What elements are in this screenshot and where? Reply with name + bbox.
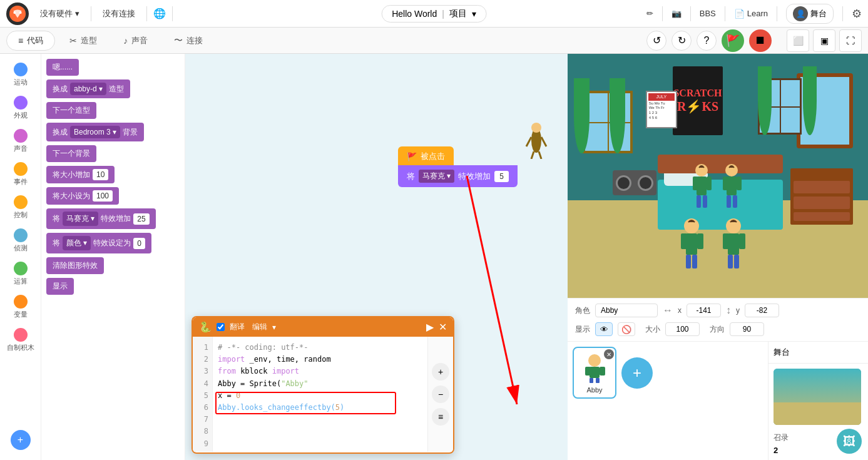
show-block[interactable]: 显示 — [46, 278, 74, 295]
detect-dot — [14, 228, 28, 242]
add-background-button[interactable]: 🖼 — [837, 429, 862, 454]
next-bg-row: 下一个背景 — [46, 145, 180, 162]
sprite-card-abby[interactable]: ✕ Abby — [573, 347, 616, 399]
svg-rect-16 — [697, 195, 701, 208]
stage-button[interactable]: 👤 舞台 — [786, 4, 834, 24]
stop-button[interactable]: ⏹ — [749, 29, 772, 52]
motion-dot — [14, 63, 28, 76]
svg-rect-37 — [590, 367, 600, 378]
code-line-9: Abby.looks_changeeffectby(5) — [218, 402, 422, 414]
color-dropdown[interactable]: 颜色 ▾ — [63, 236, 91, 250]
switch-bg-block[interactable]: 换成 Bedroom 3 ▾ 背景 — [46, 123, 144, 141]
code-checkbox[interactable] — [217, 323, 225, 331]
think-block[interactable]: 嗯...... — [46, 59, 79, 76]
size-input[interactable] — [665, 322, 700, 336]
globe-icon[interactable]: 🌐 — [153, 8, 166, 19]
tab-connect[interactable]: 〜 连接 — [162, 31, 215, 51]
direction-input[interactable] — [730, 322, 764, 336]
sidebar-item-looks[interactable]: 外观 — [0, 92, 41, 124]
size-increase-value[interactable]: 10 — [93, 169, 108, 180]
header-dropdown-icon[interactable]: ▾ — [272, 323, 276, 332]
collapse-button[interactable]: ▣ — [813, 29, 835, 52]
help-button[interactable]: ? — [697, 31, 717, 51]
size-increase-block[interactable]: 将大小增加 10 — [46, 166, 115, 183]
show-visible-btn[interactable]: 👁 — [595, 322, 613, 336]
camera-action[interactable]: 📷 — [671, 9, 682, 18]
y-value-input[interactable] — [745, 304, 779, 317]
right-actions: ✏ 📷 BBS 📄 Learn 👤 舞台 ⚙ — [646, 4, 862, 24]
size-set-row: 将大小设为 100 — [46, 187, 180, 205]
svg-point-1 — [13, 11, 16, 14]
editor-menu-button[interactable]: ≡ — [432, 408, 449, 426]
expand-button[interactable]: ⬜ — [787, 29, 809, 52]
canvas-effect-value[interactable]: 5 — [494, 171, 509, 182]
run-flag-button[interactable]: 🚩 — [722, 29, 744, 52]
trigger-block[interactable]: 🚩 被点击 — [398, 146, 454, 166]
sidebar-item-event[interactable]: 事件 — [0, 158, 41, 190]
sidebar-item-detect[interactable]: 侦测 — [0, 225, 41, 257]
effect-increase-block[interactable]: 将 马赛克 ▾ 特效增加 25 — [46, 208, 156, 229]
canvas-effect-dropdown[interactable]: 马赛克 ▾ — [419, 170, 454, 183]
project-title-bar[interactable]: Hello World | 项目 ▾ — [381, 5, 487, 23]
switch-costume-block[interactable]: 换成 abby-d ▾ 造型 — [46, 79, 130, 98]
next-costume-block[interactable]: 下一个造型 — [46, 102, 96, 119]
calc-dot — [14, 262, 28, 275]
tab-code[interactable]: ≡ 代码 — [6, 31, 55, 51]
learn-action[interactable]: 📄 Learn — [734, 9, 768, 19]
next-bg-block[interactable]: 下一个背景 — [46, 145, 96, 162]
undo-button[interactable]: ↺ — [646, 31, 666, 51]
sidebar-item-calc[interactable]: 运算 — [0, 258, 41, 290]
stage-thumbnail[interactable] — [774, 369, 861, 425]
clear-effects-block[interactable]: 清除图形特效 — [46, 257, 104, 274]
sidebar-item-sound[interactable]: 声音 — [0, 125, 41, 157]
role-label: 角色 — [575, 305, 590, 316]
sprite-name-input[interactable] — [595, 304, 658, 317]
divider-5 — [690, 6, 691, 21]
tab-costume[interactable]: ✂ 造型 — [58, 31, 109, 51]
divider-4 — [662, 6, 663, 21]
close-editor-icon[interactable]: ✕ — [439, 321, 447, 333]
control-label: 控制 — [14, 210, 28, 220]
sidebar-item-custom[interactable]: 自制积木 — [0, 324, 41, 356]
code-content[interactable]: # -*- coding: utf-*- import _env, time, … — [213, 337, 427, 452]
zoom-out-button[interactable]: − — [432, 386, 449, 403]
main-content: 运动 外观 声音 事件 控制 侦测 运算 变量 — [0, 54, 868, 460]
add-sprite-button[interactable]: + — [621, 357, 653, 389]
size-set-block[interactable]: 将大小设为 100 — [46, 187, 119, 205]
expand-sidebar-btn[interactable]: + — [11, 430, 31, 455]
effect-increase-value[interactable]: 25 — [133, 213, 149, 225]
canvas-area[interactable]: 🚩 被点击 将 马赛克 ▾ 特效增加 5 — [185, 54, 568, 460]
size-set-value[interactable]: 100 — [93, 190, 113, 202]
play-icon[interactable]: ▶ — [426, 321, 434, 333]
delete-abby-btn[interactable]: ✕ — [604, 349, 614, 359]
event-dot — [14, 162, 28, 176]
bbs-action[interactable]: BBS — [700, 9, 716, 18]
sidebar-item-motion[interactable]: 运动 — [0, 59, 41, 91]
effect-set-value[interactable]: 0 — [133, 238, 145, 249]
zoom-in-button[interactable]: + — [432, 363, 449, 381]
x-value-input[interactable] — [687, 304, 721, 317]
tab-sound[interactable]: ♪ 声音 — [111, 31, 160, 51]
control-dot — [14, 195, 28, 209]
svg-point-36 — [588, 354, 601, 367]
sidebar-item-var[interactable]: 变量 — [0, 291, 41, 323]
user-avatar: 👤 — [793, 6, 808, 21]
pencil-action[interactable]: ✏ — [646, 9, 653, 18]
effect-block-canvas[interactable]: 将 马赛克 ▾ 特效增加 5 — [398, 165, 518, 187]
bg-dropdown[interactable]: Bedroom 3 ▾ — [70, 126, 120, 138]
effect-type-dropdown[interactable]: 马赛克 ▾ — [63, 212, 98, 226]
svg-rect-25 — [686, 233, 697, 255]
dresser — [790, 168, 853, 225]
svg-rect-27 — [697, 233, 703, 249]
var-label: 变量 — [14, 310, 28, 319]
hardware-button[interactable]: 没有硬件 ▾ — [35, 6, 84, 22]
sidebar-item-control[interactable]: 控制 — [0, 192, 41, 223]
hide-btn[interactable]: 🚫 — [618, 322, 635, 336]
redo-button[interactable]: ↻ — [671, 31, 692, 51]
svg-rect-13 — [697, 176, 707, 195]
settings-icon[interactable]: ⚙ — [852, 7, 862, 21]
costume-dropdown[interactable]: abby-d ▾ — [70, 83, 106, 95]
think-block-row: 嗯...... — [46, 59, 180, 76]
effect-set-block[interactable]: 将 颜色 ▾ 特效设定为 0 — [46, 233, 151, 253]
fullscreen-button[interactable]: ⛶ — [839, 29, 862, 52]
